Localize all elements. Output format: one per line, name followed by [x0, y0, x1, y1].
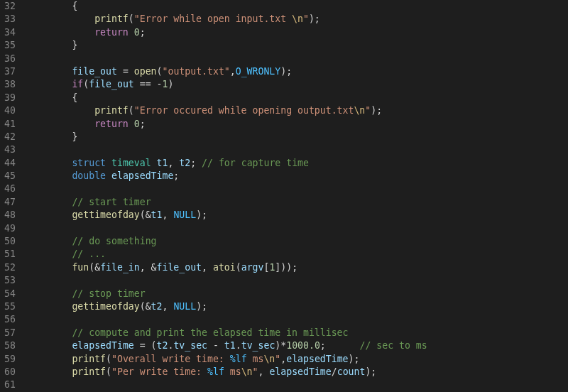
token-op: ;	[140, 27, 146, 38]
code-line[interactable]: printf("Per write time: %lf ms\n", elaps…	[27, 366, 568, 379]
line-number: 36	[4, 53, 16, 65]
token-str: ms	[224, 366, 241, 377]
code-line[interactable]	[27, 274, 568, 287]
code-line[interactable]	[27, 222, 568, 235]
token-op: /	[332, 366, 337, 377]
token-cmt: // ...	[72, 249, 106, 259]
token-op: );	[371, 105, 382, 116]
token-var: t2	[151, 301, 163, 312]
indent	[27, 92, 72, 103]
code-line[interactable]: {	[27, 92, 568, 104]
code-area[interactable]: { printf("Error while open input.txt \n"…	[27, 0, 568, 392]
token-op: ,	[280, 354, 286, 364]
code-line[interactable]	[27, 143, 568, 156]
code-line[interactable]: printf("Error while open input.txt \n");	[27, 13, 568, 26]
indent	[27, 288, 72, 299]
token-type: timeval	[111, 158, 151, 168]
line-number: 40	[4, 104, 16, 117]
token-op: ,	[162, 209, 173, 220]
token-var: tv_sec	[241, 340, 275, 351]
code-line[interactable]	[27, 379, 568, 391]
code-line[interactable]: return 0;	[27, 118, 568, 131]
code-line[interactable]: fun(&file_in, &file_out, atoi(argv[1]));	[27, 261, 568, 274]
token-op: {	[72, 1, 77, 11]
token-num: 1000.0	[286, 340, 320, 351]
token-op: (	[129, 13, 134, 24]
token-const: O_WRONLY	[236, 66, 281, 77]
token-op: )	[168, 79, 173, 89]
token-op: )*	[275, 340, 286, 351]
token-macro: if	[72, 79, 83, 89]
code-line[interactable]: }	[27, 39, 568, 52]
code-line[interactable]: return 0;	[27, 26, 568, 39]
token-var: file_out	[72, 66, 117, 77]
token-str: "Error occured while opening output.txt	[134, 105, 354, 116]
token-var: count	[337, 366, 366, 377]
token-op: (&	[140, 301, 151, 312]
code-line[interactable]: printf("Overall write time: %lf ms\n",el…	[27, 353, 568, 366]
code-editor[interactable]: 3233343536373839404142434445464748495051…	[0, 0, 568, 392]
token-str: "Per write time:	[111, 366, 207, 377]
indent	[27, 236, 72, 246]
token-op: ;	[173, 170, 179, 181]
code-line[interactable]: // do something	[27, 235, 568, 248]
token-cmt: // stop timer	[72, 288, 145, 299]
code-line[interactable]: gettimeofday(&t2, NULL);	[27, 300, 568, 313]
token-kw: struct	[72, 158, 106, 168]
token-op: ,	[258, 366, 270, 377]
token-op: .	[236, 340, 241, 351]
line-number: 38	[4, 78, 16, 91]
code-line[interactable]: // start timer	[27, 196, 568, 209]
token-op: = (	[134, 340, 157, 351]
token-fn: open	[134, 66, 157, 77]
code-line[interactable]	[27, 313, 568, 326]
line-number: 44	[4, 157, 16, 170]
code-line[interactable]: struct timeval t1, t2; // for capture ti…	[27, 157, 568, 170]
token-var: elapsedTime	[72, 340, 133, 351]
code-line[interactable]: // stop timer	[27, 288, 568, 300]
token-op: -	[157, 79, 163, 89]
token-str: "	[303, 13, 309, 24]
code-line[interactable]	[27, 183, 568, 195]
token-var: elapsedTime	[286, 354, 348, 364]
token-op	[129, 119, 134, 129]
line-number: 58	[4, 339, 16, 352]
token-cmt: // start timer	[72, 197, 151, 207]
line-number: 53	[4, 274, 16, 287]
token-var: t2	[157, 340, 168, 351]
code-line[interactable]: }	[27, 131, 568, 143]
code-line[interactable]: if(file_out == -1)	[27, 78, 568, 91]
line-number-gutter: 3233343536373839404142434445464748495051…	[0, 0, 27, 392]
code-line[interactable]: // ...	[27, 248, 568, 261]
indent	[27, 340, 72, 351]
token-esc: \n	[263, 354, 275, 364]
token-op: ;	[140, 119, 146, 129]
token-const: NULL	[173, 301, 196, 312]
indent	[27, 13, 94, 24]
token-op: {	[72, 92, 77, 103]
token-op: (&	[89, 262, 100, 273]
code-line[interactable]: {	[27, 0, 568, 13]
token-const: %lf	[207, 366, 224, 377]
token-op: =	[117, 66, 134, 77]
token-op: ,	[168, 158, 179, 168]
token-num: 0	[134, 27, 140, 38]
token-op	[106, 158, 111, 168]
code-line[interactable]: elapsedTime = (t2.tv_sec - t1.tv_sec)*10…	[27, 339, 568, 352]
token-cmt: // do something	[72, 236, 156, 246]
token-var: file_in	[100, 262, 140, 273]
token-str: "	[253, 366, 258, 377]
token-op: (&	[140, 209, 151, 220]
code-line[interactable]: double elapsedTime;	[27, 170, 568, 183]
code-line[interactable]: printf("Error occured while opening outp…	[27, 104, 568, 117]
code-line[interactable]: // compute and print the elapsed time in…	[27, 327, 568, 339]
code-line[interactable]: file_out = open("output.txt",O_WRONLY);	[27, 65, 568, 78]
indent	[27, 197, 72, 207]
token-num: 0	[134, 119, 140, 129]
token-op: ,	[162, 301, 173, 312]
code-line[interactable]	[27, 53, 568, 65]
token-op: ;	[190, 158, 202, 168]
token-op	[106, 170, 111, 181]
code-line[interactable]: gettimeofday(&t1, NULL);	[27, 209, 568, 222]
line-number: 55	[4, 300, 16, 313]
